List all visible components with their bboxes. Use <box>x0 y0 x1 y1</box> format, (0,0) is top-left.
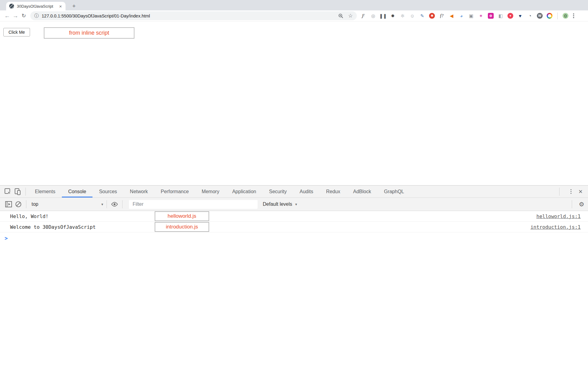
annotation-label: helloworld.js <box>155 211 209 221</box>
devtools-tabs: ElementsConsoleSourcesNetworkPerformance… <box>28 186 410 197</box>
devtools-tab-network[interactable]: Network <box>123 186 154 197</box>
color-ring-icon[interactable] <box>547 13 552 19</box>
devtools-tab-elements[interactable]: Elements <box>28 186 62 197</box>
devtools-close-icon[interactable]: × <box>577 188 584 195</box>
swirl-circle-icon[interactable]: ◕ <box>458 13 464 19</box>
console-log-row: Welcome to 30DaysOfJavaScriptintroductio… <box>0 222 588 232</box>
annotation-label: introduction.js <box>155 222 209 232</box>
fontanello-icon[interactable]: Ƒ <box>360 13 366 19</box>
zoom-magnifier-icon[interactable] <box>338 13 344 19</box>
browser-tab[interactable]: 30DaysOfJavaScript × <box>6 2 66 10</box>
device-toolbar-icon[interactable] <box>13 187 23 196</box>
forward-icon[interactable]: → <box>11 13 20 19</box>
devtools-tab-bar: ElementsConsoleSourcesNetworkPerformance… <box>0 186 588 198</box>
tab-close-icon[interactable]: × <box>58 4 62 9</box>
context-selector[interactable]: top ▼ <box>32 201 104 207</box>
inspect-element-icon[interactable] <box>3 187 13 196</box>
browser-menu-kebab-icon[interactable] <box>571 13 576 18</box>
context-selector-value: top <box>32 201 38 207</box>
stop-hand-icon[interactable]: ✱ <box>429 13 435 19</box>
devtools-tab-audits[interactable]: Audits <box>293 186 319 197</box>
toolbar-divider <box>26 200 26 208</box>
bookmark-star-icon[interactable]: ☆ <box>348 13 353 19</box>
wappalyzer-icon[interactable]: W <box>537 13 543 19</box>
toolbar-divider <box>122 200 123 208</box>
devtools-panel: ElementsConsoleSourcesNetworkPerformance… <box>0 185 588 368</box>
console-sidebar-icon[interactable] <box>4 200 13 209</box>
browser-tab-strip: 30DaysOfJavaScript × + <box>0 0 588 10</box>
fontface-question-icon[interactable]: f? <box>439 13 445 19</box>
toolbar-divider <box>107 200 107 208</box>
face-circle-icon[interactable]: ☺ <box>409 13 415 19</box>
console-source-link[interactable]: introduction.js:1 <box>530 224 581 230</box>
new-tab-button[interactable]: + <box>70 3 77 10</box>
reload-icon[interactable]: ↻ <box>20 13 28 19</box>
json-brackets-icon[interactable]: {} <box>563 13 568 19</box>
settings-gear-icon[interactable]: ⚙ <box>579 201 584 208</box>
log-levels-label: Default levels <box>263 201 292 207</box>
atom-pink-icon[interactable]: ✴ <box>478 13 484 19</box>
iris-circle-icon[interactable]: ◎ <box>370 13 376 19</box>
site-info-icon[interactable]: ⓘ <box>34 13 39 19</box>
devtools-menu-kebab-icon[interactable] <box>568 189 574 194</box>
extensions-area: Ƒ◎❚❚✹✻☺✎✱f?◀◕▣✴❁◧▾♥◔W{} <box>360 13 568 19</box>
clear-console-icon[interactable] <box>13 200 23 209</box>
dark-circle-icon[interactable]: ◔ <box>527 13 533 19</box>
browser-toolbar: ← → ↻ ⓘ 127.0.0.1:5500/30DaysOfJavaScrip… <box>0 10 588 21</box>
console-source-link[interactable]: helloworld.js:1 <box>537 213 581 219</box>
console-toolbar-right: ⚙ <box>569 200 584 208</box>
globe-favicon-icon <box>9 4 14 9</box>
log-levels-dropdown[interactable]: Default levels ▼ <box>263 201 298 207</box>
toolbar-divider <box>559 188 560 196</box>
address-bar[interactable]: ⓘ 127.0.0.1:5500/30DaysOfJavaScript/01-D… <box>30 11 357 20</box>
devtools-tab-redux[interactable]: Redux <box>320 186 347 197</box>
devtools-tab-graphql[interactable]: GraphQL <box>378 186 411 197</box>
console-toolbar: top ▼ Default levels ▼ ⚙ <box>0 198 588 211</box>
console-message-text: Welcome to 30DaysOfJavaScript <box>10 224 530 230</box>
extensions-separator <box>557 13 558 19</box>
devtools-tab-performance[interactable]: Performance <box>154 186 195 197</box>
url-text[interactable]: 127.0.0.1:5500/30DaysOfJavaScript/01-Day… <box>42 13 334 18</box>
bug-icon[interactable]: ✹ <box>390 13 396 19</box>
console-prompt-chevron-icon: > <box>5 235 8 241</box>
devtools-tab-application[interactable]: Application <box>226 186 262 197</box>
columns-icon[interactable]: ❚❚ <box>380 13 386 19</box>
page-content: Click Me from inline script <box>0 21 588 185</box>
tab-title: 30DaysOfJavaScript <box>17 4 58 9</box>
eyedropper-icon[interactable]: ✎ <box>419 13 425 19</box>
toolbar-divider <box>572 200 572 208</box>
devtools-tab-memory[interactable]: Memory <box>195 186 226 197</box>
chevron-down-icon: ▼ <box>101 203 104 206</box>
gear-pink-icon[interactable]: ❁ <box>488 13 494 19</box>
devtools-tabbar-right: × <box>556 188 588 196</box>
tampermonkey-icon[interactable]: ◧ <box>498 13 503 19</box>
toolbar-divider <box>25 188 26 196</box>
live-expression-eye-icon[interactable] <box>110 200 119 209</box>
heart-search-icon[interactable]: ♥ <box>517 13 523 19</box>
camera-icon[interactable]: ▣ <box>468 13 474 19</box>
pocket-bookmark-icon[interactable]: ▾ <box>507 13 513 19</box>
filter-input[interactable] <box>129 200 258 209</box>
console-log-row: Hello, World!helloworld.jshelloworld.js:… <box>0 211 588 222</box>
console-messages: Hello, World!helloworld.jshelloworld.js:… <box>0 211 588 232</box>
console-prompt-row[interactable]: > <box>0 232 588 244</box>
devtools-tab-security[interactable]: Security <box>262 186 293 197</box>
click-me-button[interactable]: Click Me <box>3 28 30 36</box>
flower-icon[interactable]: ✻ <box>400 13 405 19</box>
back-icon[interactable]: ← <box>3 13 11 19</box>
devtools-tab-adblock[interactable]: AdBlock <box>347 186 378 197</box>
console-message-text: Hello, World! <box>10 213 537 219</box>
chevron-down-icon: ▼ <box>295 203 298 206</box>
inline-script-message: from inline script <box>44 27 134 39</box>
megaphone-icon[interactable]: ◀ <box>449 13 454 19</box>
devtools-tab-console[interactable]: Console <box>62 186 93 197</box>
devtools-tab-sources[interactable]: Sources <box>92 186 123 197</box>
